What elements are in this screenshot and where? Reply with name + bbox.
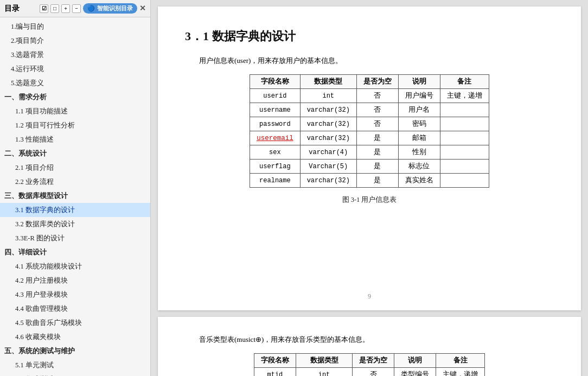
sidebar: 目录 ☑ □ + − 🔵 智能识别目录 ✕ 1.编与目的2.项目简介3.选题背景… bbox=[0, 0, 151, 376]
sidebar-nav: 1.编与目的2.项目简介3.选题背景4.运行环境5.选题意义一、需求分析1.1 … bbox=[0, 17, 150, 376]
cell: 主键，递增 bbox=[436, 368, 485, 376]
table-caption: 图 3-1 用户信息表 bbox=[185, 195, 554, 205]
page-2: 音乐类型表(musict⊕)，用来存放音乐类型的基本信息。 字段名称数据类型是否… bbox=[158, 317, 581, 376]
section-title: 3．1 数据字典的设计 bbox=[185, 28, 554, 44]
sidebar-item-item-1-1[interactable]: 1.1 项目功能描述 bbox=[0, 104, 150, 118]
smart-icon: 🔵 bbox=[87, 5, 95, 12]
field-name-cell: sex bbox=[250, 145, 301, 160]
cell: 否 bbox=[356, 103, 398, 117]
page-1: 3．1 数据字典的设计 用户信息表(user)，用来存放用户的基本信息。 字段名… bbox=[158, 7, 581, 310]
sidebar-item-item-4-6[interactable]: 4.6 收藏夹模块 bbox=[0, 330, 150, 344]
cell: 否 bbox=[356, 117, 398, 131]
cell: 邮箱 bbox=[398, 131, 440, 145]
sidebar-header: 目录 ☑ □ + − 🔵 智能识别目录 ✕ bbox=[0, 0, 150, 17]
table-header: 备注 bbox=[440, 75, 489, 89]
table-row: realnamevarchar(32)是真实姓名 bbox=[250, 174, 489, 188]
cell: 性别 bbox=[398, 145, 440, 160]
smart-label: 智能识别目录 bbox=[97, 4, 133, 12]
sidebar-title: 目录 bbox=[4, 4, 20, 14]
table-header: 说明 bbox=[394, 354, 436, 368]
table-header: 字段名称 bbox=[254, 354, 296, 368]
sidebar-item-sec-2[interactable]: 二、系统设计 bbox=[0, 146, 150, 161]
sidebar-item-item-1-2[interactable]: 1.2 项目可行性分析 bbox=[0, 118, 150, 132]
table-header: 数据类型 bbox=[300, 75, 356, 89]
sidebar-item-sec-5[interactable]: 五、系统的测试与维护 bbox=[0, 344, 150, 358]
sidebar-item-item-4-1[interactable]: 4.1 系统功能模块设计 bbox=[0, 259, 150, 273]
table-header: 说明 bbox=[398, 75, 440, 89]
sidebar-item-sec-4[interactable]: 四、详细设计 bbox=[0, 245, 150, 259]
sidebar-item-item-4-4[interactable]: 4.4 歌曲管理模块 bbox=[0, 302, 150, 316]
sidebar-item-item-3-1[interactable]: 3.1 数据字典的设计 bbox=[0, 203, 150, 217]
sidebar-item-item-4[interactable]: 4.运行环境 bbox=[0, 62, 150, 76]
sidebar-header-controls: ☑ □ + − 🔵 智能识别目录 ✕ bbox=[40, 3, 146, 14]
cell bbox=[440, 160, 489, 174]
field-name-cell: userflag bbox=[250, 160, 301, 174]
table-header: 是否为空 bbox=[356, 75, 398, 89]
sidebar-item-item-5-2[interactable]: 5.2 集成测试 bbox=[0, 372, 150, 376]
sidebar-item-item-4-3[interactable]: 4.3 用户登录模块 bbox=[0, 288, 150, 302]
field-name-cell: realname bbox=[250, 174, 301, 188]
field-name-cell: mtid bbox=[254, 368, 296, 376]
checkbox-icon[interactable]: ☑ bbox=[40, 4, 48, 13]
minus-icon[interactable]: − bbox=[72, 4, 81, 13]
sidebar-item-item-3-3[interactable]: 3.3E-R 图的设计 bbox=[0, 231, 150, 245]
type-cell: int bbox=[296, 368, 352, 376]
sidebar-item-item-4-5[interactable]: 4.5 歌曲音乐广场模块 bbox=[0, 316, 150, 330]
table-row: mtidint否类型编号主键，递增 bbox=[254, 368, 484, 376]
field-name-cell: useremail bbox=[250, 131, 301, 145]
page-number: 9 bbox=[368, 292, 371, 301]
sidebar-item-sec-1[interactable]: 一、需求分析 bbox=[0, 90, 150, 104]
intro-text: 用户信息表(user)，用来存放用户的基本信息。 bbox=[185, 54, 554, 67]
field-name-cell: userid bbox=[250, 89, 301, 103]
sidebar-item-sec-3[interactable]: 三、数据库模型设计 bbox=[0, 189, 150, 203]
table-row: userflagVarchar(5)是标志位 bbox=[250, 160, 489, 174]
cell: 否 bbox=[353, 368, 394, 376]
expand-icon[interactable]: □ bbox=[50, 4, 59, 13]
field-name-cell: password bbox=[250, 117, 301, 131]
type-cell: int bbox=[300, 89, 356, 103]
sidebar-item-item-1-3[interactable]: 1.3 性能描述 bbox=[0, 132, 150, 146]
cell bbox=[440, 103, 489, 117]
sidebar-item-item-2[interactable]: 2.项目简介 bbox=[0, 34, 150, 48]
cell: 真实姓名 bbox=[398, 174, 440, 188]
cell bbox=[440, 174, 489, 188]
main-content: 3．1 数据字典的设计 用户信息表(user)，用来存放用户的基本信息。 字段名… bbox=[151, 0, 588, 376]
sidebar-item-item-4-2[interactable]: 4.2 用户注册模块 bbox=[0, 273, 150, 288]
type-cell: varchar(32) bbox=[300, 103, 356, 117]
cell: 用户名 bbox=[398, 103, 440, 117]
music-type-table: 字段名称数据类型是否为空说明备注mtidint否类型编号主键，递增mtnamev… bbox=[254, 353, 485, 376]
cell: 类型编号 bbox=[394, 368, 436, 376]
cell: 标志位 bbox=[398, 160, 440, 174]
cell: 主键，递增 bbox=[440, 89, 489, 103]
sidebar-item-item-1[interactable]: 1.编与目的 bbox=[0, 20, 150, 34]
add-icon[interactable]: + bbox=[61, 4, 70, 13]
type-cell: varchar(4) bbox=[300, 145, 356, 160]
table-header: 字段名称 bbox=[250, 75, 301, 89]
type-cell: Varchar(5) bbox=[300, 160, 356, 174]
page2-intro: 音乐类型表(musict⊕)，用来存放音乐类型的基本信息。 bbox=[185, 333, 554, 346]
type-cell: varchar(32) bbox=[300, 117, 356, 131]
close-button[interactable]: ✕ bbox=[139, 4, 146, 13]
type-cell: varchar(32) bbox=[300, 174, 356, 188]
sidebar-item-item-3[interactable]: 3.选题背景 bbox=[0, 48, 150, 62]
table-row: passwordvarchar(32)否密码 bbox=[250, 117, 489, 131]
cell bbox=[440, 131, 489, 145]
table-header: 数据类型 bbox=[296, 354, 352, 368]
cell: 否 bbox=[356, 89, 398, 103]
table-row: usernamevarchar(32)否用户名 bbox=[250, 103, 489, 117]
cell: 是 bbox=[356, 160, 398, 174]
cell: 密码 bbox=[398, 117, 440, 131]
sidebar-item-item-5[interactable]: 5.选题意义 bbox=[0, 76, 150, 90]
sidebar-item-item-2-2[interactable]: 2.2 业务流程 bbox=[0, 175, 150, 189]
cell bbox=[440, 145, 489, 160]
sidebar-item-item-5-1[interactable]: 5.1 单元测试 bbox=[0, 358, 150, 372]
table-row: useremailvarchar(32)是邮箱 bbox=[250, 131, 489, 145]
table-row: useridint否用户编号主键，递增 bbox=[250, 89, 489, 103]
table-header: 备注 bbox=[436, 354, 485, 368]
sidebar-item-item-2-1[interactable]: 2.1 项目介绍 bbox=[0, 161, 150, 175]
sidebar-item-item-3-2[interactable]: 3.2 数据库类的设计 bbox=[0, 217, 150, 231]
cell: 是 bbox=[356, 174, 398, 188]
smart-recognition-button[interactable]: 🔵 智能识别目录 bbox=[83, 3, 137, 14]
type-cell: varchar(32) bbox=[300, 131, 356, 145]
page-container: 3．1 数据字典的设计 用户信息表(user)，用来存放用户的基本信息。 字段名… bbox=[151, 0, 588, 376]
